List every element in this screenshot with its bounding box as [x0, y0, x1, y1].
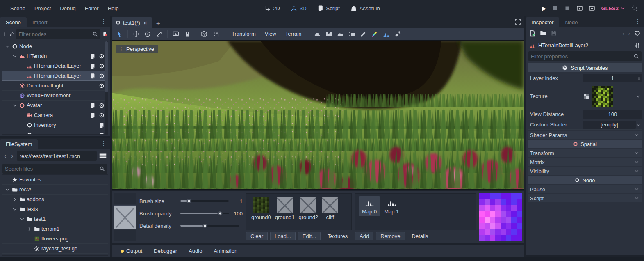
tab-node[interactable]: Node: [559, 17, 583, 27]
dock-menu-icon[interactable]: ⋮: [633, 18, 642, 25]
slider-track[interactable]: [180, 213, 229, 214]
scene-tree-item-hterrain[interactable]: HTerrain: [2, 51, 108, 61]
scene-tree-item-clipped[interactable]: [2, 130, 108, 135]
play-scene-button[interactable]: [576, 5, 583, 11]
viewport-menu-transform[interactable]: Transform: [227, 31, 260, 37]
slider-knob[interactable]: [217, 211, 223, 216]
terrain-raise-tool-button[interactable]: [312, 29, 323, 39]
detach-script-button[interactable]: [103, 29, 107, 39]
scrollbar[interactable]: [105, 41, 108, 134]
tab-inspector[interactable]: Inspector: [526, 17, 559, 27]
perspective-menu[interactable]: ⋮ Perspective: [116, 45, 158, 53]
scene-tree-item-hterraindetaillayer[interactable]: HTerrainDetailLayer: [2, 71, 108, 81]
menu-scene[interactable]: Scene: [6, 4, 30, 13]
history-back-icon[interactable]: ‹: [2, 152, 8, 160]
extra-tools-icon[interactable]: [634, 42, 641, 48]
distraction-free-icon[interactable]: [514, 18, 521, 25]
menu-editor[interactable]: Editor: [80, 4, 103, 13]
tab-scene[interactable]: Scene: [0, 17, 27, 27]
brush-shape-slot[interactable]: [114, 193, 136, 204]
menu-help[interactable]: Help: [103, 4, 123, 13]
chevron-right-icon[interactable]: [27, 227, 32, 231]
move-tool-button[interactable]: [131, 29, 141, 39]
script-icon[interactable]: [99, 122, 105, 128]
chevron-down-icon[interactable]: [636, 121, 642, 128]
terrain-smooth-tool-button[interactable]: [335, 29, 346, 39]
fs-tree-item-raycast-test-gd[interactable]: raycast_test.gd: [2, 244, 108, 254]
current-path-field[interactable]: [17, 151, 97, 161]
workspace-assetlib-button[interactable]: AssetLib: [346, 3, 384, 13]
play-custom-scene-button[interactable]: [589, 5, 595, 11]
scene-tree-item-camera[interactable]: Camera: [2, 110, 108, 120]
rotate-tool-button[interactable]: [142, 29, 153, 39]
script-icon[interactable]: [90, 63, 96, 69]
detail-map-1[interactable]: Map 1: [381, 196, 402, 216]
terrain-flatten-tool-button[interactable]: [346, 29, 357, 39]
slider-track[interactable]: [180, 225, 239, 227]
scene-tree-item-directionallight[interactable]: DirectionalLight: [2, 81, 108, 91]
stop-button[interactable]: [564, 5, 571, 11]
scene-tree-item-hterraindetaillayer[interactable]: HTerrainDetailLayer: [2, 61, 108, 71]
load-resource-icon[interactable]: [540, 30, 546, 37]
texture-slot-ground2[interactable]: ground2: [297, 196, 320, 222]
terrain-paint-detail-tool-button[interactable]: [381, 29, 391, 39]
add-button[interactable]: Add: [355, 232, 373, 240]
fs-tree-item-res-[interactable]: res://: [2, 185, 108, 195]
select-tool-button[interactable]: [114, 29, 125, 39]
scene-tree-item-node[interactable]: Node: [2, 41, 108, 51]
detail-map-0[interactable]: Map 0: [359, 196, 380, 216]
view-distance-field[interactable]: 100: [583, 110, 642, 119]
brush-shape-selected[interactable]: [114, 205, 136, 229]
layer-index-field[interactable]: 1: [583, 74, 642, 82]
bottom-tab-output[interactable]: Output: [116, 247, 147, 255]
3d-viewport[interactable]: ⋮ Perspective: [112, 40, 524, 190]
terrain-paint-color-tool-button[interactable]: [369, 29, 380, 39]
fs-tree-item-terrain1[interactable]: terrain1: [2, 224, 108, 234]
chevron-down-icon[interactable]: [12, 103, 18, 108]
load-button[interactable]: Load...: [270, 232, 296, 240]
section-script[interactable]: Script: [528, 194, 642, 202]
bottom-tab-audio[interactable]: Audio: [184, 247, 207, 255]
pause-button[interactable]: [552, 5, 558, 11]
dock-menu-icon[interactable]: ⋮: [99, 140, 108, 147]
scene-tree-item-worldenvironment[interactable]: WorldEnvironment: [2, 91, 108, 101]
fs-tree-item-test1[interactable]: test1: [2, 214, 108, 224]
chevron-right-icon[interactable]: [12, 197, 18, 202]
workspace-3d-button[interactable]: 3D: [287, 3, 311, 13]
slider-track[interactable]: [180, 200, 229, 202]
fs-tree-item-addons[interactable]: addons: [2, 195, 108, 204]
script-icon[interactable]: [99, 132, 105, 135]
scene-tree-item-avatar[interactable]: Avatar: [2, 101, 108, 110]
visibility-eye-icon[interactable]: [99, 103, 105, 108]
chevron-down-icon[interactable]: [12, 207, 18, 212]
slider-knob[interactable]: [203, 223, 208, 229]
texture-slot-cliff[interactable]: cliff: [321, 196, 339, 222]
new-resource-icon[interactable]: [529, 30, 536, 37]
tab-import[interactable]: Import: [27, 17, 53, 27]
group-node-button[interactable]: [199, 29, 209, 39]
list-select-tool-button[interactable]: [171, 29, 181, 39]
chevron-down-icon[interactable]: [12, 54, 18, 59]
script-icon[interactable]: [90, 103, 96, 108]
visibility-eye-icon[interactable]: [99, 83, 105, 89]
texture-thumbnail[interactable]: [592, 86, 613, 107]
brush-shape-slot[interactable]: [114, 230, 136, 241]
history-forward-icon[interactable]: ›: [9, 152, 15, 160]
clear-button[interactable]: Clear: [246, 232, 268, 240]
terrain-lower-tool-button[interactable]: [323, 29, 334, 39]
workspace-2d-button[interactable]: 2D: [260, 3, 284, 13]
fs-tree-item-tests[interactable]: tests: [2, 204, 108, 214]
filter-properties-input[interactable]: [528, 51, 642, 61]
chevron-down-icon[interactable]: [19, 217, 25, 222]
terrain-paint-texture-tool-button[interactable]: [358, 29, 369, 39]
visibility-eye-icon[interactable]: [99, 53, 105, 59]
texture-slot-ground1[interactable]: ground1: [273, 196, 296, 222]
remove-button[interactable]: Remove: [376, 232, 405, 240]
menu-debug[interactable]: Debug: [55, 4, 80, 13]
textures-button[interactable]: Textures: [323, 232, 352, 240]
close-tab-icon[interactable]: ×: [143, 19, 148, 26]
custom-shader-field[interactable]: [empty]: [583, 121, 636, 129]
instance-scene-button[interactable]: [9, 29, 14, 39]
play-button[interactable]: ▶: [542, 5, 546, 11]
viewport-menu-view[interactable]: View: [260, 31, 281, 37]
